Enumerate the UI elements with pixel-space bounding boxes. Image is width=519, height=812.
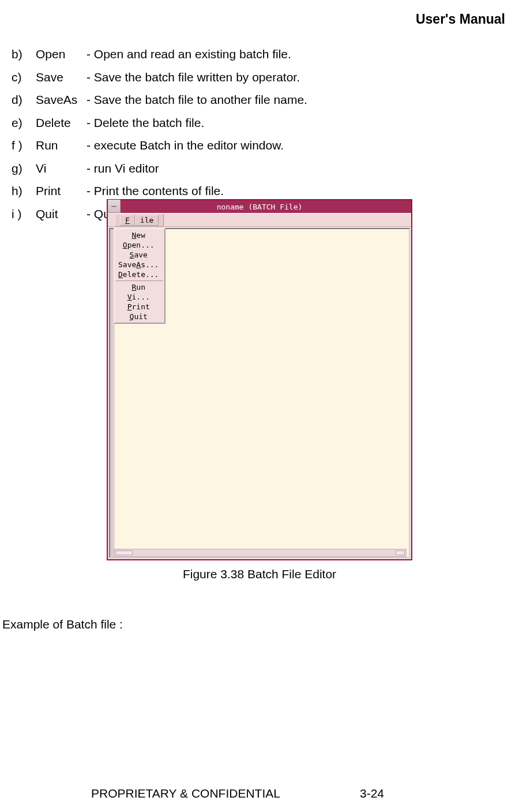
list-item: b) Open - Open and read an existing batc…: [12, 45, 496, 63]
list-item-command: Save: [36, 68, 86, 87]
menu-item-run[interactable]: Run: [116, 282, 163, 292]
list-item-description: - run Vi editor: [86, 159, 496, 178]
list-item: g) Vi - run Vi editor: [12, 159, 496, 178]
list-item: e) Delete - Delete the batch file.: [12, 114, 496, 132]
menubar: File: [108, 213, 411, 227]
list-item-letter: g): [12, 159, 36, 178]
menu-item-open[interactable]: Open...: [116, 240, 163, 250]
list-item-command: Run: [36, 136, 86, 155]
list-item-description: - execute Batch in the editor window.: [86, 136, 496, 155]
footer-confidential: PROPRIETARY & CONFIDENTIAL: [91, 787, 280, 800]
example-heading: Example of Batch file :: [2, 618, 123, 631]
file-menu-label-rest: ile: [135, 215, 159, 226]
figure-batch-file-editor: – noname (BATCH File) File New Open... S…: [0, 199, 519, 581]
list-item-command: Print: [36, 182, 86, 200]
list-item-description: - Save the batch file to another file na…: [86, 91, 496, 109]
menu-item-print[interactable]: Print: [116, 302, 163, 312]
menu-item-vi[interactable]: Vi...: [116, 292, 163, 302]
footer-page-number: 3-24: [360, 787, 384, 800]
list-item-description: - Open and read an existing batch file.: [86, 45, 496, 63]
list-item-description: - Save the batch file written by operato…: [86, 68, 496, 87]
menu-item-saveas[interactable]: SaveAs...: [116, 260, 163, 270]
list-item-command: Vi: [36, 159, 86, 178]
figure-caption: Figure 3.38 Batch File Editor: [0, 567, 519, 581]
menu-item-save[interactable]: Save: [116, 250, 163, 260]
menu-separator: [116, 280, 163, 281]
list-item-command: Delete: [36, 114, 86, 132]
list-item-command: SaveAs: [36, 91, 86, 109]
list-item: f ) Run - execute Batch in the editor wi…: [12, 136, 496, 155]
list-item: c) Save - Save the batch file written by…: [12, 68, 496, 87]
file-menu-dropdown: New Open... Save SaveAs... Delete... Run…: [114, 228, 166, 324]
list-item: d) SaveAs - Save the batch file to anoth…: [12, 91, 496, 109]
file-menu-mnemonic: F: [120, 215, 135, 226]
file-menu-button[interactable]: File: [115, 214, 164, 227]
list-item: h) Print - Print the contents of file.: [12, 182, 496, 200]
list-item-description: - Delete the batch file.: [86, 114, 496, 132]
list-item-letter: e): [12, 114, 36, 132]
scrollbar-horizontal[interactable]: [114, 549, 407, 557]
window-titlebar[interactable]: – noname (BATCH File): [108, 200, 411, 213]
list-item-letter: f ): [12, 136, 36, 155]
menu-item-delete[interactable]: Delete...: [116, 270, 163, 279]
list-item-letter: d): [12, 91, 36, 109]
window: – noname (BATCH File) File New Open... S…: [107, 199, 412, 560]
page-header-title: User's Manual: [416, 12, 505, 27]
window-title: noname (BATCH File): [217, 203, 303, 211]
list-item-command: Open: [36, 45, 86, 63]
list-item-letter: h): [12, 182, 36, 200]
menu-item-quit[interactable]: Quit: [116, 312, 163, 321]
window-system-menu-icon[interactable]: –: [108, 200, 121, 213]
list-item-description: - Print the contents of file.: [86, 182, 496, 200]
editor-area[interactable]: New Open... Save SaveAs... Delete... Run…: [109, 228, 410, 558]
menu-item-new[interactable]: New: [116, 230, 163, 240]
list-item-letter: b): [12, 45, 36, 63]
list-item-letter: c): [12, 68, 36, 87]
